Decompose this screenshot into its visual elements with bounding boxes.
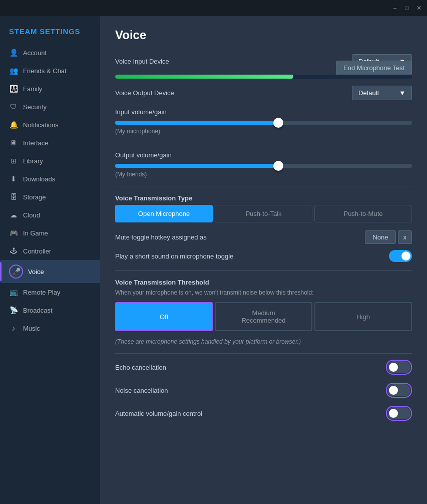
sidebar-item-family[interactable]: 👨‍👩‍👧 Family (0, 80, 100, 98)
sidebar-item-label: Friends & Chat (23, 67, 67, 75)
output-volume-sublabel: (My friends) (115, 171, 412, 178)
minimize-button[interactable]: – (391, 4, 399, 12)
app-body: STEAM SETTINGS 👤 Account 👥 Friends & Cha… (0, 16, 427, 504)
noise-cancellation-thumb (389, 386, 398, 395)
voice-output-device-label: Voice Output Device (115, 89, 174, 97)
threshold-btn-medium[interactable]: Medium Recommended (215, 302, 312, 331)
divider-4 (115, 353, 412, 354)
input-volume-fill (115, 121, 278, 125)
threshold-section: Voice Transmission Threshold When your m… (115, 279, 412, 331)
close-button[interactable]: ✕ (415, 4, 423, 12)
short-sound-label: Play a short sound on microphone toggle (115, 253, 233, 260)
broadcast-icon: 📡 (9, 306, 18, 315)
notifications-icon: 🔔 (9, 120, 18, 129)
mic-activity-fill (115, 75, 293, 79)
echo-cancellation-row: Echo cancellation (115, 360, 412, 375)
auto-volume-label: Automatic volume/gain control (115, 410, 202, 417)
controller-icon: 🕹 (9, 246, 18, 256)
output-volume-track[interactable] (115, 164, 412, 168)
input-volume-track[interactable] (115, 121, 412, 125)
echo-cancellation-toggle-wrapper (386, 360, 412, 375)
sidebar-item-label: Voice (28, 268, 44, 276)
sidebar-item-cloud[interactable]: ☁ Cloud (0, 206, 100, 224)
auto-volume-thumb (389, 409, 398, 418)
sidebar-item-controller[interactable]: 🕹 Controller (0, 242, 100, 260)
output-volume-thumb[interactable] (273, 161, 283, 171)
sidebar-item-label: Music (23, 325, 40, 332)
input-volume-thumb[interactable] (273, 118, 283, 128)
voice-output-device-dropdown[interactable]: Default ▼ (352, 86, 412, 100)
hotkey-none-display: None (365, 230, 395, 244)
tx-btn-push-to-mute[interactable]: Push-to-Mute (314, 205, 412, 222)
input-volume-container: Input volume/gain (My microphone) (115, 108, 412, 135)
tx-btn-open[interactable]: Open Microphone (115, 205, 213, 222)
hotkey-box: None x (365, 230, 412, 244)
sidebar-item-music[interactable]: ♪ Music (0, 319, 100, 337)
maximize-button[interactable]: □ (403, 4, 411, 12)
in-game-icon: 🎮 (9, 228, 18, 237)
security-icon: 🛡 (9, 102, 18, 111)
sidebar-item-label: Cloud (23, 211, 40, 219)
sidebar-item-label: Controller (23, 247, 51, 255)
account-icon: 👤 (9, 48, 18, 57)
sidebar-item-downloads[interactable]: ⬇ Downloads (0, 170, 100, 188)
storage-icon: 🗄 (9, 192, 18, 201)
remote-play-icon: 📺 (9, 288, 18, 297)
hotkey-clear-button[interactable]: x (398, 230, 412, 244)
end-microphone-test-button[interactable]: End Microphone Test (336, 61, 412, 75)
divider-2 (115, 186, 412, 186)
sidebar-item-library[interactable]: ⊞ Library (0, 152, 100, 170)
music-icon: ♪ (9, 324, 18, 333)
threshold-buttons: OffMedium RecommendedHigh (115, 302, 412, 331)
transmission-type-label: Voice Transmission Type (115, 194, 412, 202)
output-volume-container: Output volume/gain (My friends) (115, 151, 412, 178)
friends-chat-icon: 👥 (9, 66, 18, 75)
auto-volume-toggle[interactable] (387, 407, 410, 419)
chevron-down-icon: ▼ (399, 89, 405, 97)
family-icon: 👨‍👩‍👧 (9, 84, 18, 93)
threshold-sublabel: When your microphone is on, we won't tra… (115, 289, 412, 296)
mic-activity-bar (115, 75, 412, 79)
sidebar-item-security[interactable]: 🛡 Security (0, 98, 100, 116)
sidebar-item-storage[interactable]: 🗄 Storage (0, 188, 100, 206)
short-sound-toggle[interactable] (389, 250, 412, 262)
sidebar-item-interface[interactable]: 🖥 Interface (0, 134, 100, 152)
noise-cancellation-row: Noise cancellation (115, 383, 412, 398)
sidebar-item-in-game[interactable]: 🎮 In Game (0, 224, 100, 242)
sidebar-item-label: Family (23, 85, 42, 93)
short-sound-thumb (401, 251, 410, 261)
sidebar-item-label: Library (23, 157, 43, 165)
noise-cancellation-label: Noise cancellation (115, 387, 168, 394)
sidebar-item-friends-chat[interactable]: 👥 Friends & Chat (0, 62, 100, 80)
sidebar-item-label: Broadcast (23, 307, 53, 314)
input-volume-label: Input volume/gain (115, 108, 412, 116)
noise-cancellation-toggle[interactable] (387, 384, 410, 396)
microphone-bar-container: End Microphone Test (115, 75, 412, 79)
voice-icon: 🎤 (9, 265, 23, 279)
main-content: Voice Voice Input Device Default ▼ End M… (100, 16, 427, 504)
sidebar-item-notifications[interactable]: 🔔 Notifications (0, 116, 100, 134)
voice-input-device-label: Voice Input Device (115, 58, 169, 65)
sidebar-item-label: Remote Play (23, 289, 60, 296)
sidebar-item-label: Security (23, 103, 47, 111)
auto-volume-row: Automatic volume/gain control (115, 406, 412, 421)
sidebar-item-remote-play[interactable]: 📺 Remote Play (0, 283, 100, 301)
mute-toggle-label: Mute toggle hotkey assigned as (115, 233, 207, 241)
divider-3 (115, 270, 412, 271)
echo-cancellation-thumb (389, 363, 398, 372)
sidebar-item-account[interactable]: 👤 Account (0, 44, 100, 62)
tx-btn-push-to-talk[interactable]: Push-to-Talk (215, 205, 312, 222)
threshold-btn-high[interactable]: High (314, 302, 412, 331)
short-sound-toggle-row: Play a short sound on microphone toggle (115, 250, 412, 262)
platform-note: (These are microphone settings handled b… (115, 338, 412, 345)
page-title: Voice (115, 28, 412, 42)
sidebar-item-broadcast[interactable]: 📡 Broadcast (0, 301, 100, 319)
sidebar-item-label: Interface (23, 139, 49, 147)
sidebar-item-label: Storage (23, 193, 46, 201)
threshold-btn-off[interactable]: Off (115, 302, 213, 331)
sidebar-title: STEAM SETTINGS (0, 21, 100, 44)
transmission-type-buttons: Open MicrophonePush-to-TalkPush-to-Mute (115, 205, 412, 222)
sidebar-item-voice[interactable]: 🎤 Voice (0, 260, 100, 283)
echo-cancellation-toggle[interactable] (387, 361, 410, 373)
threshold-label: Voice Transmission Threshold (115, 279, 412, 286)
